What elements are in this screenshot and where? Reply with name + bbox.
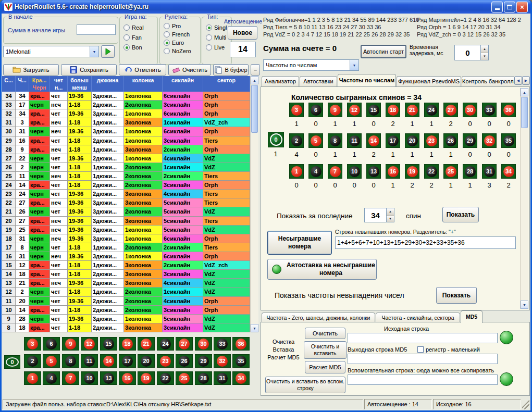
number-tile-17[interactable]: 17: [119, 354, 136, 368]
md5-clear-paste-button[interactable]: Очистить и вставить: [304, 341, 347, 359]
number-tile-28[interactable]: 28: [463, 164, 477, 179]
number-tile-26[interactable]: 26: [176, 354, 193, 368]
autobet-missed-button[interactable]: Автоставка на несыгравшие номера: [267, 259, 377, 280]
table-row[interactable]: 2324чернчет19-362дюжи...3колонка4сиклайн…: [2, 190, 250, 198]
resize-grip[interactable]: [522, 399, 529, 409]
number-tile-7[interactable]: 7: [62, 371, 79, 385]
md5-aux-sphere[interactable]: [500, 372, 513, 386]
number-tile-16[interactable]: 16: [119, 371, 136, 385]
clear-table-button[interactable]: Очистить: [168, 64, 211, 76]
close-button[interactable]: ×: [516, 2, 528, 13]
radio-option-Real[interactable]: Real: [123, 24, 144, 31]
buffer-button[interactable]: В буфер: [213, 64, 249, 76]
radio-option-Live[interactable]: Live: [206, 44, 227, 51]
table-row[interactable]: 3031черннеч19-363дюжи...1колонка6сиклайн…: [2, 127, 250, 136]
number-tile-30[interactable]: 30: [195, 337, 212, 351]
tab-Функционал PsevdoMS[interactable]: Функционал PsevdoMS: [397, 76, 461, 86]
md5-clear-button[interactable]: Очистить: [305, 328, 345, 339]
tab-Частоты по числам[interactable]: Частоты по числам: [338, 74, 396, 86]
undo-button[interactable]: Отменить: [119, 64, 166, 76]
number-tile-3[interactable]: 3: [24, 337, 41, 351]
table-row[interactable]: 1631черннеч19-363дюжи...1колонка6сиклайн…: [2, 252, 250, 261]
panel-scrollbar[interactable]: ▲ ▼: [520, 88, 528, 309]
number-tile-5[interactable]: 5: [308, 133, 323, 148]
md5-calc-button[interactable]: Расчет MD5: [305, 361, 345, 373]
number-tile-18[interactable]: 18: [119, 337, 136, 351]
table-row[interactable]: 1418кра...чет1-182дюжи...3колонка3сиклай…: [2, 270, 250, 279]
new-button[interactable]: Новое: [228, 26, 257, 40]
number-tile-4[interactable]: 4: [43, 371, 60, 385]
number-tile-36[interactable]: 36: [501, 103, 516, 117]
last-spin[interactable]: 34 ▲▼: [364, 208, 394, 222]
number-tile-24[interactable]: 24: [157, 337, 174, 351]
table-row[interactable]: 122чернчет1-181дюжи...2колонка1сиклайнVd…: [2, 288, 250, 296]
radio-option-Multi[interactable]: Multi: [206, 34, 227, 41]
number-tile-8[interactable]: 8: [62, 354, 79, 368]
radio-option-Fan[interactable]: Fan: [123, 34, 144, 41]
table-row[interactable]: 2511черннеч1-181дюжи...2колонка2сиклайнT…: [2, 172, 250, 181]
table-row[interactable]: 2227кра...неч19-363дюжи...3колонка5сикла…: [2, 198, 250, 207]
number-tile-27[interactable]: 27: [176, 337, 193, 351]
table-row[interactable]: 262чернчет1-181дюжи...2колонка1сиклайнVd…: [2, 163, 250, 172]
tab-Частота - Zero, шансы, дюжины, колонки[interactable]: Частота - Zero, шансы, дюжины, колонки: [262, 313, 375, 323]
number-tile-2[interactable]: 2: [289, 133, 304, 148]
number-tile-10[interactable]: 10: [347, 164, 362, 179]
number-tile-29[interactable]: 29: [195, 354, 212, 368]
number-tile-17[interactable]: 17: [386, 133, 400, 148]
autospin-button[interactable]: Автоспин старт: [361, 45, 406, 58]
number-tile-23[interactable]: 23: [157, 354, 174, 368]
number-tile-24[interactable]: 24: [424, 103, 439, 117]
show-missed-freq-button[interactable]: Показать: [436, 287, 477, 304]
number-tile-5[interactable]: 5: [43, 354, 60, 368]
delay-spin[interactable]: 0 ▲▼: [454, 45, 489, 60]
table-row[interactable]: 2916кра...чет1-182дюжи...1колонка3сиклай…: [2, 136, 250, 145]
tab-Автоставки[interactable]: Автоставки: [300, 76, 337, 86]
number-tile-1[interactable]: 1: [289, 164, 304, 179]
number-tile-4[interactable]: 4: [308, 164, 323, 179]
number-tile-6[interactable]: 6: [308, 103, 323, 117]
chevron-down-icon[interactable]: ▼: [350, 60, 358, 70]
table-row[interactable]: 289кра...неч1-181дюжи...3колонка2сиклайн…: [2, 145, 250, 154]
number-tile-9[interactable]: 9: [62, 337, 79, 351]
number-tile-10[interactable]: 10: [81, 371, 98, 385]
number-tile-14[interactable]: 14: [100, 354, 117, 368]
number-tile-19[interactable]: 19: [405, 164, 419, 179]
preset-combo[interactable]: 1Melonati ▼: [3, 46, 99, 57]
number-tile-33[interactable]: 33: [482, 103, 497, 117]
spin-up-icon[interactable]: ▲: [387, 208, 394, 216]
mode-combo[interactable]: Частоты по числам ▼: [263, 59, 359, 71]
number-tile-3[interactable]: 3: [289, 103, 304, 117]
number-tile-14[interactable]: 14: [366, 133, 381, 148]
scroll-down-icon[interactable]: ▼: [251, 324, 258, 332]
number-tile-1[interactable]: 1: [24, 371, 41, 385]
number-tile-25[interactable]: 25: [176, 371, 193, 385]
chevron-down-icon[interactable]: ▼: [90, 46, 98, 57]
start-sum-input[interactable]: [77, 24, 116, 35]
tab-Частота - сиклайны, сектора[interactable]: Частота - сиклайны, сектора: [376, 313, 460, 323]
table-row[interactable]: 1925кра...неч19-363дюжи...1колонка5сикла…: [2, 226, 250, 234]
number-tile-31[interactable]: 31: [214, 371, 231, 385]
table-row[interactable]: 2414кра...чет1-182дюжи...2колонка3сиклай…: [2, 181, 250, 190]
number-tile-27[interactable]: 27: [443, 103, 458, 117]
table-row[interactable]: 178чернчет1-181дюжи...2колонка2сиклайнTi…: [2, 243, 250, 252]
number-tile-19[interactable]: 19: [138, 371, 155, 385]
scroll-up-icon[interactable]: ▲: [521, 88, 528, 96]
table-row[interactable]: 313кра...неч1-181дюжи...3колонка1сиклайн…: [2, 118, 250, 127]
number-tile-23[interactable]: 23: [424, 133, 439, 148]
md5-aux-input[interactable]: [348, 374, 498, 385]
table-row[interactable]: 1120чернчет19-362дюжи...2колонка4сиклайн…: [2, 297, 250, 306]
radio-option-Singl[interactable]: Singl: [206, 24, 227, 31]
number-tile-12[interactable]: 12: [347, 103, 362, 117]
number-tile-15[interactable]: 15: [366, 103, 381, 117]
number-tile-32[interactable]: 32: [214, 354, 231, 368]
number-tile-21[interactable]: 21: [138, 337, 155, 351]
scroll-up-icon[interactable]: ▲: [251, 76, 258, 84]
table-row[interactable]: 1014кра...чет1-182дюжи...2колонка3сиклай…: [2, 306, 250, 315]
number-tile-21[interactable]: 21: [405, 103, 419, 117]
tab-Контроль банкролла[interactable]: Контроль банкролла: [462, 76, 514, 86]
number-tile-16[interactable]: 16: [386, 164, 400, 179]
number-tile-31[interactable]: 31: [482, 164, 497, 179]
scroll-down-icon[interactable]: ▼: [521, 301, 528, 309]
number-tile-29[interactable]: 29: [463, 133, 477, 148]
table-scrollbar[interactable]: ▲ ▼: [250, 76, 258, 332]
